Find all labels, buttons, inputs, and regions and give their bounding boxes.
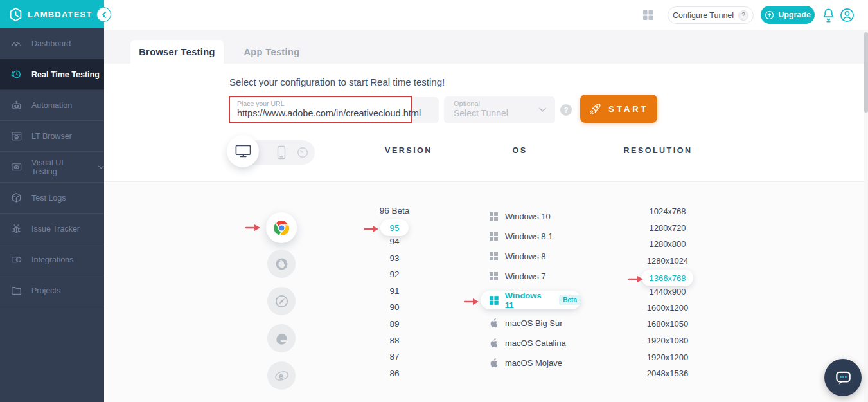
notifications-bell-icon[interactable] <box>821 7 836 26</box>
sidebar-item-lt-browser[interactable]: LT Browser <box>0 121 104 152</box>
version-option[interactable]: 93 <box>369 253 420 266</box>
annotation-arrow-resolution <box>628 274 644 286</box>
resolution-option[interactable]: 1280x720 <box>635 223 700 236</box>
lambdatest-logo-icon <box>9 7 22 22</box>
scrollbar-thumb[interactable] <box>864 32 868 113</box>
sidebar-item-automation[interactable]: Automation <box>0 90 104 121</box>
os-option-label: macOS Catalina <box>505 338 566 348</box>
column-header-version: VERSION <box>376 146 441 155</box>
rocket-icon <box>589 102 602 116</box>
tunnel-select-dropdown[interactable]: Optional Select Tunnel <box>444 96 555 123</box>
column-header-resolution: RESOLUTION <box>613 146 703 155</box>
version-option[interactable]: 89 <box>369 319 420 332</box>
device-scheduler-button[interactable] <box>290 140 315 165</box>
automation-robot-icon <box>10 99 22 111</box>
resolution-option[interactable]: 1600x1200 <box>635 303 700 316</box>
visual-ui-eye-icon <box>10 161 22 173</box>
resolution-option[interactable]: 1280x1024 <box>635 256 700 269</box>
url-input-value: https://www.adobe.com/in/creativecloud.h… <box>237 108 411 118</box>
version-option[interactable]: 91 <box>369 286 420 299</box>
os-option[interactable]: macOS Catalina <box>481 335 609 351</box>
resolution-option-selected[interactable]: 1366x768 <box>642 270 693 286</box>
sidebar-collapse-button[interactable] <box>96 7 111 22</box>
integrations-icon <box>10 253 22 266</box>
windows-icon <box>490 232 498 241</box>
sidebar-item-projects[interactable]: Projects <box>0 275 104 306</box>
lt-browser-icon <box>10 130 22 142</box>
sidebar-item-label: Real Time Testing <box>31 70 100 79</box>
chrome-icon <box>273 219 290 237</box>
chat-support-button[interactable] <box>824 359 862 396</box>
version-option[interactable]: 86 <box>369 369 420 381</box>
tunnel-help-icon[interactable]: ? <box>738 10 748 21</box>
start-button[interactable]: START <box>580 95 657 123</box>
windows-icon <box>490 296 499 305</box>
sidebar-item-label: Integrations <box>31 255 73 264</box>
sidebar-item-test-logs[interactable]: Test Logs <box>0 183 104 214</box>
lambdatest-app: Configure Tunnel ? Upgrade LAMBDATEST Da… <box>0 0 868 402</box>
tunnel-info-icon[interactable]: ? <box>560 104 572 116</box>
os-option-label: Windows 8 <box>505 251 546 261</box>
mobile-phone-icon <box>277 145 286 160</box>
os-option-selected[interactable]: Windows 11 Beta <box>481 291 581 309</box>
version-option[interactable]: 90 <box>369 302 420 315</box>
version-option[interactable]: 88 <box>369 336 420 349</box>
sidebar-item-real-time-testing[interactable]: Real Time Testing <box>0 59 104 90</box>
start-button-label: START <box>608 104 648 114</box>
resolution-option[interactable]: 1920x1200 <box>635 352 700 365</box>
browser-safari-button[interactable] <box>267 287 296 315</box>
dashboard-gauge-icon <box>10 37 22 50</box>
sidebar-item-label: Visual UI Testing <box>31 158 88 176</box>
upgrade-arrow-icon <box>765 10 774 20</box>
column-header-os: OS <box>488 146 552 155</box>
real-time-clock-icon <box>10 68 22 80</box>
upgrade-button[interactable]: Upgrade <box>761 6 815 24</box>
version-option[interactable]: 87 <box>369 352 420 365</box>
sidebar-item-dashboard[interactable]: Dashboard <box>0 28 104 59</box>
os-option-label: Windows 11 <box>505 291 552 310</box>
version-option[interactable]: 94 <box>369 237 420 250</box>
url-annotation-highlight[interactable]: Place your URL https://www.adobe.com/in/… <box>229 96 412 123</box>
sidebar-item-issue-tracker[interactable]: Issue Tracker <box>0 214 104 244</box>
resolution-option[interactable]: 1440x900 <box>635 287 700 300</box>
projects-folder-icon <box>10 284 22 297</box>
edge-icon <box>274 331 290 347</box>
configure-tunnel-button[interactable]: Configure Tunnel ? <box>668 6 754 24</box>
windows-icon <box>490 272 498 280</box>
sidebar-item-visual-ui-testing[interactable]: Visual UI Testing <box>0 152 104 183</box>
browser-edge-button[interactable] <box>267 324 296 352</box>
os-option[interactable]: macOS Mojave <box>481 355 609 370</box>
resolution-option[interactable]: 1024x768 <box>635 206 700 219</box>
version-option-selected[interactable]: 95 <box>380 219 409 236</box>
apple-icon <box>490 358 498 368</box>
os-option-label: Windows 7 <box>505 271 546 281</box>
logo-bar: LAMBDATEST <box>0 0 104 28</box>
tab-app-testing[interactable]: App Testing <box>236 40 307 64</box>
url-input-label: Place your URL <box>237 100 411 107</box>
os-option[interactable]: macOS Big Sur <box>481 315 609 331</box>
browser-ie-button[interactable]: e <box>267 361 296 390</box>
test-logs-box-icon <box>10 192 22 204</box>
tab-browser-testing[interactable]: Browser Testing <box>130 40 224 64</box>
os-option-label: macOS Mojave <box>505 358 562 368</box>
issue-tracker-bug-icon <box>10 223 22 235</box>
device-desktop-button[interactable] <box>227 135 259 167</box>
browser-chrome-selected[interactable] <box>266 212 297 243</box>
os-option[interactable]: Windows 8.1 <box>481 228 609 244</box>
browser-firefox-button[interactable] <box>267 250 296 278</box>
sidebar-item-integrations[interactable]: Integrations <box>0 244 104 275</box>
firefox-icon <box>274 256 290 272</box>
os-option[interactable]: Windows 8 <box>481 248 609 264</box>
profile-avatar-icon[interactable] <box>839 7 855 26</box>
resolution-option[interactable]: 1920x1080 <box>635 336 700 349</box>
os-option[interactable]: Windows 7 <box>481 268 609 284</box>
config-heading: Select your configuration to start Real … <box>229 77 445 87</box>
version-option[interactable]: 96 Beta <box>369 206 420 219</box>
resolution-option[interactable]: 2048x1536 <box>635 369 700 381</box>
apps-grid-icon[interactable] <box>642 10 653 23</box>
resolution-option[interactable]: 1280x800 <box>635 239 700 252</box>
os-option[interactable]: Windows 10 <box>481 208 609 224</box>
sidebar-item-label: Dashboard <box>31 39 71 48</box>
version-option[interactable]: 92 <box>369 270 420 282</box>
resolution-option[interactable]: 1680x1050 <box>635 319 700 332</box>
